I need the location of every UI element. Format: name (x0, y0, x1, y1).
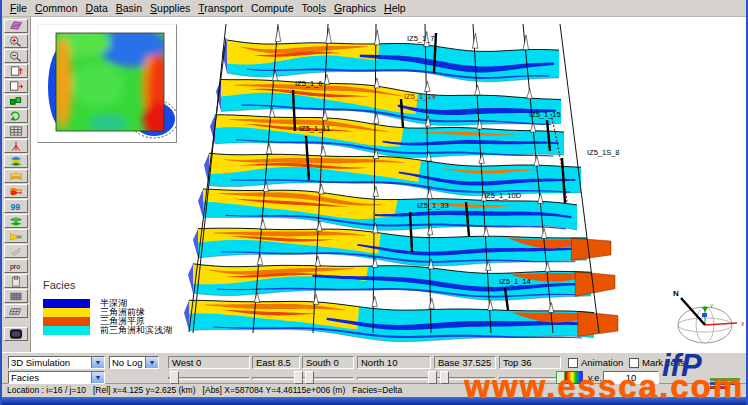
legend-swatch (43, 308, 90, 317)
clipboard-icon (5, 275, 27, 287)
display-mode-value: 3D Simulation (9, 357, 91, 368)
toolbar-section-up-button[interactable] (4, 64, 28, 78)
toolbar-layers-multi-button[interactable] (4, 154, 28, 168)
slider-track-north (357, 377, 431, 380)
layers-multi-icon (5, 155, 27, 167)
animation-checkbox[interactable]: Animation (568, 357, 623, 368)
layers-green-icon (5, 215, 27, 227)
legend-title: Facies (43, 279, 172, 291)
legend-swatch (43, 299, 90, 308)
slider-handle-base[interactable] (440, 371, 449, 384)
well-stick (562, 158, 565, 203)
compass-x-label: x (741, 320, 745, 327)
toolbar-blocks-3d-button[interactable] (4, 94, 28, 108)
toolbar-layers-orange-button[interactable] (4, 184, 28, 198)
menu-tools[interactable]: Tools (298, 2, 331, 14)
compass-north-arrow (681, 298, 705, 325)
slider-handle-east[interactable] (294, 371, 303, 384)
toolbar-section-next-button[interactable] (4, 79, 28, 93)
toolbar-ruler-button[interactable] (4, 244, 28, 258)
inset-map-panel[interactable] (37, 24, 177, 143)
facies-legend: Facies 半深湖三角洲前缘三角洲平原前三角洲和滨浅湖 (43, 279, 172, 335)
compass-y-label: y (710, 302, 713, 308)
log-mode-combo[interactable]: No Log▼ (109, 356, 159, 369)
slider-handle-south[interactable] (305, 371, 314, 384)
toolbar-zoom-out-button[interactable] (4, 49, 28, 63)
well-fork-icon (5, 140, 27, 152)
legend-swatch (43, 317, 90, 326)
legend-item: 前三角洲和滨浅湖 (43, 326, 172, 335)
chevron-down-icon[interactable]: ▼ (91, 372, 104, 383)
well-label: IZ5_1_19 (404, 92, 436, 101)
svg-text:pro: pro (10, 263, 20, 271)
toolbar-zoom-in-button[interactable] (4, 34, 28, 48)
legend-swatch (43, 326, 90, 335)
toolbar-scene-view-button[interactable] (4, 19, 28, 33)
orientation-compass: x y N (661, 283, 746, 351)
toolbar-layers-yellow-button[interactable] (4, 169, 28, 183)
display-mode-combo[interactable]: 3D Simulation▼ (8, 356, 105, 369)
well-label: IZ5_1_10D (484, 191, 522, 200)
slider-track-east (252, 377, 300, 380)
canvas-3d-view[interactable]: IZ5_1_7IZ5_1_6IZ5_1_19IZ5_1_15IZ5_1S_8IZ… (30, 17, 746, 352)
zoom-in-icon (5, 35, 27, 47)
slider-handle-west[interactable] (170, 371, 179, 384)
range-west-field: West 0 (168, 356, 250, 369)
toolbar-wells-99-button[interactable]: 99 (4, 199, 28, 213)
menu-graphics[interactable]: Graphics (330, 2, 380, 14)
ruler-icon (5, 245, 27, 257)
menu-file[interactable]: File (6, 2, 31, 14)
checkbox-label: Animation (581, 357, 623, 368)
checkbox-box[interactable] (568, 358, 578, 368)
menu-help[interactable]: Help (380, 2, 410, 14)
checkbox-box[interactable] (629, 358, 639, 368)
mesh-icon (5, 290, 27, 302)
toolbar-film-button[interactable] (4, 327, 28, 341)
toolbar-refresh-button[interactable] (4, 109, 28, 123)
well-label: IZ5_1_7 (407, 34, 435, 43)
flashlight-icon (5, 230, 27, 242)
layers-orange-icon (5, 185, 27, 197)
menu-supplies[interactable]: Supplies (146, 2, 194, 14)
compass-north-label: N (673, 289, 679, 298)
film-icon (5, 328, 27, 340)
slider-handle-north[interactable] (428, 371, 437, 384)
range-east-field: East 8.5 (252, 356, 300, 369)
toolbar-clipboard-button[interactable] (4, 274, 28, 288)
toolbar-flashlight-button[interactable] (4, 229, 28, 243)
section-up-icon (5, 65, 27, 77)
section-next-icon (5, 80, 27, 92)
scene-view-icon (5, 20, 27, 32)
menu-basin[interactable]: Basin (112, 2, 146, 14)
chevron-down-icon[interactable]: ▼ (145, 357, 158, 368)
range-north-field: North 10 (357, 356, 431, 369)
watermark: www.essca.com (464, 368, 744, 405)
menu-data[interactable]: Data (82, 2, 112, 14)
toolbar-mesh-button[interactable] (4, 289, 28, 303)
toolbar-grid-button[interactable] (4, 124, 28, 138)
toolbar-pro-button[interactable]: pro (4, 259, 28, 273)
menu-transport[interactable]: Transport (194, 2, 247, 14)
property-value: Facies (9, 372, 91, 383)
menu-bar: FileCommonDataBasinSuppliesTransportComp… (2, 0, 746, 17)
toolbar-tiles-button[interactable] (4, 304, 28, 318)
layers-yellow-icon (5, 170, 27, 182)
menu-compute[interactable]: Compute (247, 2, 298, 14)
well-label: IZ5_1_6 (295, 79, 323, 88)
grid-icon (5, 125, 27, 137)
property-combo[interactable]: Facies▼ (8, 371, 105, 384)
toolbar-layers-green-button[interactable] (4, 214, 28, 228)
blocks-3d-icon (5, 95, 27, 107)
range-south-field: South 0 (302, 356, 354, 369)
slider-track-west (168, 377, 250, 380)
chevron-down-icon[interactable]: ▼ (91, 357, 104, 368)
log-mode-value: No Log (110, 357, 145, 368)
inset-map (38, 25, 176, 142)
well-label: IZ5_1_14 (499, 277, 531, 286)
toolbar-well-fork-button[interactable] (4, 139, 28, 153)
well-label: IZ5_1_33 (417, 201, 449, 210)
tiles-icon (5, 305, 27, 317)
toolbar: 99pro (2, 17, 30, 352)
app-window: FileCommonDataBasinSuppliesTransportComp… (0, 0, 748, 405)
menu-common[interactable]: Common (31, 2, 82, 14)
